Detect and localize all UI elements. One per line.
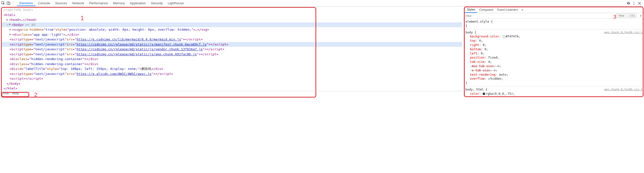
script-node[interactable]: <script type="text/javascript" src="http… [2, 42, 462, 47]
tab-network[interactable]: Network [70, 0, 87, 6]
tab-memory[interactable]: Memory [111, 0, 127, 6]
css-declaration[interactable]: left: 0; [466, 52, 642, 56]
gear-icon[interactable] [626, 1, 630, 5]
new-style-rule-icon[interactable]: ＋ [637, 14, 644, 18]
source-link-1[interactable]: app.chunk.6…fac8b.css:1 [604, 30, 642, 35]
tab-lighthouse[interactable]: Lighthouse [165, 0, 186, 6]
kebab-menu-icon[interactable] [632, 1, 636, 5]
annotation-3: 3 [613, 14, 616, 20]
source-link-2[interactable]: app.chunk.6…fac8b.css:1 [604, 88, 642, 92]
script-node[interactable]: <script type="text/javascript" src="http… [2, 47, 462, 52]
styles-panel: 3 Styles Computed Event Listeners » :hov… [464, 7, 644, 98]
script-node[interactable]: <script type="text/javascript" src="http… [2, 37, 462, 42]
breadcrumb-bar: html body 2 [2, 91, 462, 96]
css-declaration[interactable]: right: 0; [466, 43, 642, 47]
crumb-body[interactable]: body [12, 92, 19, 95]
tab-styles[interactable]: Styles [465, 7, 477, 13]
tab-sources[interactable]: Sources [53, 0, 70, 6]
crumb-html[interactable]: html [3, 92, 10, 95]
dom-tree[interactable]: <!DOCTYPE html> <html> <head>…</head> ⋯<… [2, 8, 462, 91]
css-declaration[interactable]: top: 0; [466, 39, 642, 43]
tab-security[interactable]: Security [148, 0, 165, 6]
svg-point-5 [634, 4, 634, 5]
svg-node[interactable]: <svg aria-hidden="true" style="position:… [2, 27, 462, 32]
tab-console[interactable]: Console [35, 0, 53, 6]
app-div-node[interactable]: <div class="app app--light">…</div> [2, 32, 462, 37]
css-declaration[interactable]: background-color: #f4f4f4; [466, 34, 642, 39]
annotation-2: 2 [34, 92, 37, 98]
style-rules[interactable]: element.style { } body { app.chunk.6…fac… [464, 19, 644, 98]
css-declaration[interactable]: -o-tab-size: 4; [466, 68, 642, 73]
head-node[interactable]: <head>…</head> [2, 17, 462, 22]
svg-point-3 [634, 2, 634, 2]
tab-eventlisteners[interactable]: Event Listeners [495, 7, 520, 13]
tab-elements[interactable]: Elements [17, 0, 35, 6]
inspect-element-icon[interactable] [1, 1, 5, 5]
styles-filter-input[interactable] [464, 14, 616, 18]
styles-tab-bar: Styles Computed Event Listeners » [464, 7, 644, 13]
css-declaration[interactable]: text-rendering: auto; [466, 73, 642, 77]
css-declaration[interactable]: position: fixed; [466, 56, 642, 60]
tab-computed[interactable]: Computed [477, 7, 495, 13]
main-tabs: ElementsConsoleSourcesNetworkPerformance… [17, 0, 625, 6]
more-tabs-icon[interactable]: » [520, 8, 525, 12]
hidden-div-1[interactable]: <div class="hidden-rendering-container">… [2, 57, 462, 62]
rule-body-html: body, html { app.chunk.6…fac8b.css:1 col… [466, 88, 642, 96]
tab-application[interactable]: Application [127, 0, 149, 6]
tab-performance[interactable]: Performance [87, 0, 110, 6]
css-declaration[interactable]: overflow: hidden; [466, 77, 642, 81]
dom-tree-panel: 1 <!DOCTYPE html> <html> <head>…</head> … [0, 7, 464, 98]
svg-rect-2 [9, 3, 10, 5]
doctype-node: <!DOCTYPE html> [4, 8, 33, 13]
awsc-script[interactable]: <script type="text/javascript" src="http… [2, 71, 462, 76]
svg-point-4 [634, 3, 634, 4]
css-declaration[interactable]: color: rgba(0,0,0,.75); [466, 92, 642, 96]
script-node[interactable]: <script type="text/javascript" src="http… [2, 52, 462, 57]
labeltitle-div[interactable]: <div id="labelTitle" style="top: 108px; … [2, 66, 462, 71]
css-declaration[interactable]: tab-size: 4; [466, 60, 642, 64]
close-icon[interactable] [637, 1, 641, 5]
annotation-1: 1 [81, 15, 84, 22]
device-toggle-icon[interactable] [7, 1, 11, 5]
rule-body: body { app.chunk.6…fac8b.css:1 backgroun… [466, 30, 642, 85]
devtools-toolbar: ElementsConsoleSourcesNetworkPerformance… [0, 0, 644, 7]
body-node-selected[interactable]: ⋯<body> == $0 [2, 22, 462, 27]
cls-toggle[interactable]: .cls [627, 14, 637, 18]
hov-toggle[interactable]: :hov [616, 14, 626, 18]
hidden-div-2[interactable]: <div class="hidden-rendering-container">… [2, 62, 462, 67]
css-declaration[interactable]: bottom: 0; [466, 47, 642, 52]
css-declaration[interactable]: -moz-tab-size: 4; [466, 64, 642, 68]
empty-script[interactable]: <script></script> [2, 76, 462, 81]
